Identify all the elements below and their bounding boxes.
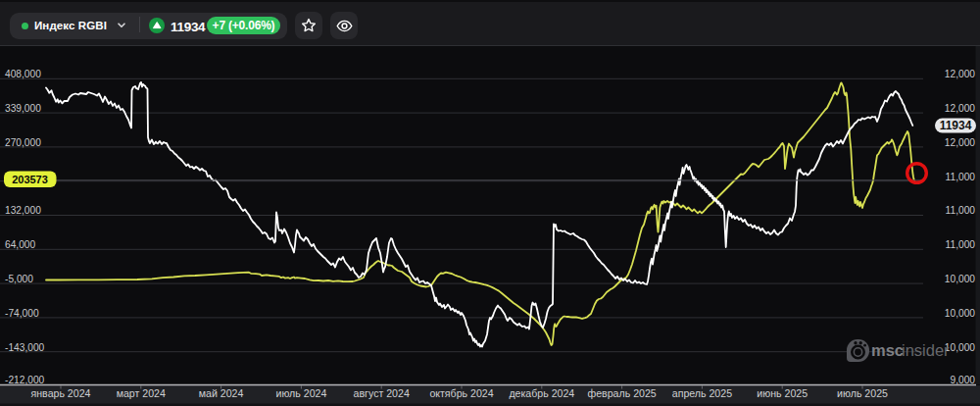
- svg-text:-212,000: -212,000: [5, 375, 45, 385]
- svg-text:10,000: 10,000: [945, 308, 975, 319]
- svg-text:insider: insider: [902, 341, 950, 359]
- svg-text:август 2024: август 2024: [354, 387, 410, 399]
- svg-text:msc: msc: [871, 341, 904, 359]
- svg-text:11,000: 11,000: [946, 205, 976, 216]
- svg-text:февраль 2025: февраль 2025: [587, 387, 656, 399]
- svg-text:339,000: 339,000: [5, 103, 41, 114]
- svg-text:270,000: 270,000: [5, 137, 41, 148]
- svg-text:132,000: 132,000: [5, 205, 41, 216]
- svg-text:июль 2025: июль 2025: [837, 387, 888, 399]
- svg-text:12,000: 12,000: [945, 137, 975, 148]
- svg-text:-5,000: -5,000: [5, 274, 33, 284]
- svg-text:11,000: 11,000: [946, 172, 976, 182]
- svg-text:май 2024: май 2024: [199, 387, 244, 399]
- svg-text:64,000: 64,000: [5, 239, 35, 250]
- svg-text:-143,000: -143,000: [5, 342, 45, 353]
- svg-text:апрель 2025: апрель 2025: [672, 387, 732, 399]
- svg-text:12,000: 12,000: [945, 69, 975, 79]
- svg-text:июнь 2025: июнь 2025: [757, 387, 808, 399]
- svg-text:203573: 203573: [12, 174, 48, 185]
- svg-text:408,000: 408,000: [5, 69, 41, 79]
- svg-text:11,000: 11,000: [946, 239, 976, 250]
- svg-text:март 2024: март 2024: [117, 387, 166, 399]
- svg-text:9,000: 9,000: [951, 375, 976, 385]
- svg-text:декабрь 2024: декабрь 2024: [509, 387, 574, 399]
- svg-text:-74,000: -74,000: [5, 308, 39, 319]
- svg-text:январь 2024: январь 2024: [31, 387, 91, 399]
- svg-text:10,000: 10,000: [945, 274, 975, 284]
- svg-text:октябрь 2024: октябрь 2024: [429, 387, 493, 399]
- svg-text:июль 2024: июль 2024: [275, 387, 326, 399]
- svg-text:11934: 11934: [940, 119, 972, 132]
- svg-text:12,000: 12,000: [945, 103, 975, 114]
